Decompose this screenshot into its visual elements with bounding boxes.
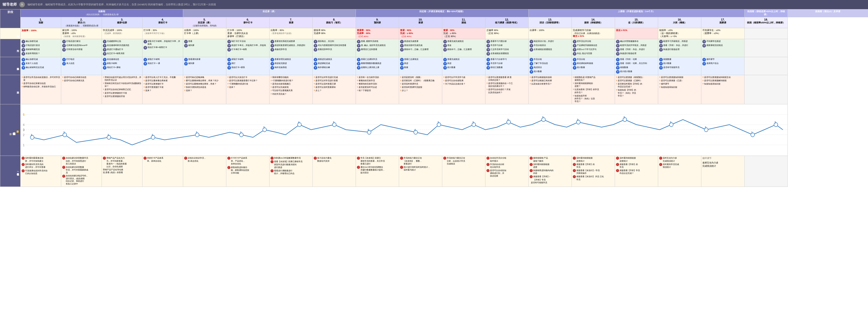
col-header-row: 1.迎新 2.家访 (*)（家庭基本信息）、招募重要成员2课 3.建群*拉群 4…: [0, 17, 868, 28]
row-label-emotion: 非常爽 情绪曲线 非常不爽: [0, 104, 21, 156]
xingwei-17: 1不到课学生跟进 2观察课程完结情况: [701, 39, 745, 57]
page-wrapper: 辅导老师 头 编程辅导老师，编程辅导早期成员，此前为小学数学学部的辅导老师，转来…: [0, 0, 868, 330]
tongdian-15: !实时看到续报链接进度统计 !便捷查看【升班】的学员 !便捷查看【升班】学员作品…: [615, 156, 658, 187]
xiangfa-16: ?是否可以更便捷知到续报 ?是否可以更便捷（已进） ?循环课节 ?知道知道高知比…: [658, 75, 701, 104]
xiangfa-12: ?是否可以更便捷查看 调 查分班的过程？ ?是否可以更便捷的在一个已发好后的课分…: [486, 75, 529, 104]
svg-text:4: 4: [298, 121, 300, 124]
tongdian-7: !到到课24小时提醒课数量学员 !查看【未发现】回课已课程学员类型学员进行数量关…: [270, 156, 313, 187]
mubiao-12: 正确率 90% （正在 90%）: [486, 28, 529, 39]
tongdian-2: !自动化家访录里数量学员信息，并可转按照进行录入到回访 !自动化家访录里数量学员…: [61, 156, 102, 187]
xiangfa-9: ?是否有一全当前学员的 ?整整的的完前学员 ?整那到的完前学员到 ?是否是更实时…: [356, 75, 399, 104]
svg-text:3: 3: [196, 131, 197, 134]
svg-text:2: 2: [775, 121, 776, 124]
xiangfa-2: ?是否可自动记录家访信息 ?是否可自动记录家访及: [61, 75, 102, 104]
svg-text:1: 1: [23, 144, 24, 147]
phase-recruit: 招募期（报名后至第课）・招募重要成员2课: [21, 9, 183, 17]
mubiao-6: 打卡率：100% 查课：当课学员从业 参课率（打课后）: [226, 28, 270, 39]
row-xingwei: 行为 1确认加群完成 2打电话进行首访 3填材材料都完后 4发放常用回应？ 1打…: [0, 39, 868, 57]
xiangfa-5: ?是否可标记迟晚来晚 ?要可以量整体整合商有，停来？对少 ?是否可以量整体整合商…: [183, 75, 226, 104]
xingwei-3: 1完成建群和公告 2发送邀请码和关优惠消息 3跟进打卡通知打卡 4拉已打卡+销售…: [102, 39, 143, 57]
phase-recall: 回迟期（开课至课程规定：剩0~50%可能期）: [356, 9, 529, 17]
col-2-header: 2.家访 (*)（家庭基本信息）、招募重要成员2课: [61, 17, 102, 28]
row-label-xingwei: 行为: [0, 39, 21, 57]
col-18-header: 18.统报（续报率≥50%以上时，持续课）: [745, 17, 788, 28]
row-tongdian: 痛点/机会 !实时看到看看激活加群，并可对加快建立 !实时看到学员学员的进行评分…: [0, 156, 868, 187]
col-12-header: 12.练习调课（报课/考试）: [486, 17, 529, 28]
col-6-header: 6.课中打卡: [226, 17, 270, 28]
row-label-xiangfa: 想法: [0, 75, 21, 104]
jiedian-8: 1跟跟进完成情况 2跟进课机完成 3制作课程分摊: [313, 57, 356, 75]
phase-observe: 观规期（课次≥2）及评课: [788, 9, 868, 17]
xingwei-2: 1打电话进行家访 2记录家访信息到Excel中 3日常群活动与答疑: [61, 39, 102, 57]
xingwei-11: 1查看完成完成情况 2查改 3跟练补习，正确，汇总整理: [442, 39, 486, 57]
svg-text:2: 2: [705, 126, 706, 129]
mubiao-7: 出勤率：80% （世界老师的学习反馈）: [270, 28, 313, 39]
tongdian-1: !实时看到看看激活加群，并可对加快建立 !实时看到学员学员的进行评分，并可对查看…: [21, 156, 61, 187]
jiedian-17: 1循环课节 2老师用户后台: [701, 57, 745, 75]
row-emotion: 非常爽 情绪曲线 非常不爽 5 4: [0, 104, 868, 156]
mubiao-16: 续报率：≥5% （这一期的课程课） （大留率）≥ +3%: [658, 28, 701, 39]
user-avatar: 头: [19, 2, 25, 7]
xiangfa-14: ?续报预告是 对更销产品速报告知？ ?实时看到续报课程的进度？ ?以及知查有【升…: [572, 75, 615, 104]
col-5-header: 5.应迟课（课）（以辅导老师视角、用考虑）: [183, 17, 226, 28]
mubiao-3: 学员完成率：100% （完成率，联系家群）: [102, 28, 143, 39]
xiangfa-8: ?是否可以对学员进行完成 ?是否可以对学员进行查看 ?是否可以实时查看已课 ?是…: [313, 75, 356, 104]
svg-text:2: 2: [152, 134, 153, 137]
svg-text:4: 4: [414, 128, 416, 132]
col-13-header: 13.回访（旧情/报课等）: [529, 17, 572, 28]
tongdian-5: !识别出识别识学员，推·表达优化: [183, 156, 226, 187]
jiedian-13: 1学员分组 2了解了学员信息 3电话回访 4统计数量: [529, 57, 572, 75]
xingwei-extra: [745, 39, 788, 57]
jiedian-14: 1学员分组 2联结课程材料推推 3统计数量: [572, 57, 615, 75]
row-mubiao: 目标 加留率：100% 家访率：100% 查课率：≥5% （加群量、保持家群联通…: [0, 28, 868, 39]
col-9-header: 9.预到课: [356, 17, 399, 28]
mubiao-5: 出勤率：100% 打卡率（上课）: [183, 28, 226, 39]
mubiao-15: 促达 ≥ 51%: [615, 28, 658, 39]
jiedian-15: 1查看《升班》 结果 2查看《到班》 结果，关注升到 3续报数量 4统计统计数量: [615, 57, 658, 75]
mubiao-extra: [745, 28, 788, 39]
col-3-header: 3.建群*拉群: [102, 17, 143, 28]
xiangfa-17: ?是否可以更便捷知到续报互动 ?是否可以更便捷解到续报 ?知道知道高知比较: [701, 75, 745, 104]
phase-upsell: 统报期（课程进度>50%以上时，持续课）: [745, 9, 788, 17]
xiangfa-15: ?是否可以更便捷（续报预告） ?是否可以更便捷（已更时） ?是否更实时看到【升班…: [615, 75, 658, 104]
jiedian-extra: [745, 57, 788, 75]
xingwei-4: 1获取卡打卡材料，并提高打卡率，并提高 2现在打卡单+销售打卡: [143, 39, 183, 57]
header: 辅导老师 头 编程辅导老师，编程辅导早期成员，此前为小学数学学部的辅导老师，转来…: [0, 0, 868, 9]
jiedian-10: 1查看汇总课情况 2跟进 3数量: [399, 57, 442, 75]
mubiao-8: 跟练率 80% 完成率 80%: [313, 28, 356, 39]
svg-text:1: 1: [751, 131, 753, 134]
jiedian-4: 1获取打卡材料 2现在打卡 + 课: [143, 57, 183, 75]
xiangfa-3: ?营销活动是否可超认同方式告诉学员，并找到学员认识 ?营销有没有完全打卡的告诉学…: [102, 75, 143, 104]
xingwei-6: 1制打卡打卡活动 2跟进打卡单元，并提高打卡率，并提高 3打卡单打卡+销售: [226, 39, 270, 57]
xingwei-5: 1查看 2催到课: [183, 39, 226, 57]
mubiao-11: 查课：90% 完成：≥ 80% （正在 80%）: [442, 28, 486, 39]
xiangfa-extra: [745, 75, 788, 104]
jiedian-7: 1查看管理完成情况 2跟进改完跟进 3制作实操系统: [270, 57, 313, 75]
main-table: 阶段 招募期（报名后至第课）・招募重要成员2课 应迟课（课） 回迟期（开课至课程…: [0, 9, 868, 187]
xiangfa-7: ?我有有哪些功能的 ?*只要整删内容进行报？ ?是否自动发现视频已 ?是否可以完…: [270, 75, 313, 104]
xiangfa-1: ?是否可以学员自动欢迎激活，并可对学员发 ?是否可自动记录家访信息 ?材料能否自…: [21, 75, 61, 104]
svg-text:3: 3: [437, 121, 439, 124]
header-title: 辅导老师: [3, 2, 17, 7]
xingwei-10: 1跟进改完成查课 2更改后面对完成完成 3跟练补习，正确，汇总整理: [399, 39, 442, 57]
xiangfa-4: ?是否可以有人打卡工无法，不然删 ?是否可以量体整合商体更 ?是否可以更便捷打卡…: [143, 75, 183, 104]
phase-class: 应迟课（课）: [183, 9, 356, 17]
xingwei-8: 1跟踪每次，关注到 2对比与查看查看学员有没有查看 3查看优异率学员: [313, 39, 356, 57]
mubiao-9: 查课率：90% 完成率：90% （正式 90%）: [356, 28, 399, 39]
xingwei-1: 1确认加群完成 2打电话进行首访 3填材材料都完后 4发放常用回应？: [21, 39, 61, 57]
xingwei-7: 1查看管控系统完成查课 2跟进回复查课完成情况，并跟进到 3表扬优异学员: [270, 39, 313, 57]
tongdian-6: !打卡打卡产品体系单。产品优化，表单自动化 !获取销售进到领功能，获取课到信息技…: [226, 156, 270, 187]
tongdian-4: !对的打卡产品体系单。表单自动化: [143, 156, 183, 187]
svg-text:2: 2: [107, 134, 109, 137]
svg-text:5: 5: [368, 128, 369, 132]
row-label-tongdian: 痛点/机会: [0, 156, 21, 187]
svg-text:3: 3: [263, 126, 265, 129]
tongdian-3: !营销产品产品化为力为，并可到群查看，看者列一（包括的查看认识，自动化成绩 营销…: [102, 156, 143, 187]
jiedian-11: 1查看完成情况 2跟进 3统计数量: [442, 57, 486, 75]
tongdian-11: !学员的练习量交正在分析，以及统计学员完成情况: [442, 156, 486, 187]
svg-text:3: 3: [507, 118, 509, 122]
jiedian-12: 1查看习习分析学习 2学员学习分析 3联结汇报数量: [486, 57, 529, 75]
tongdian-9: !学员【未发现】回课已课程学员到查看，关注学员查看已进行 !通过24小时功的优课…: [356, 156, 399, 187]
col-11-header: 11.跟练: [442, 17, 486, 28]
mubiao-4: 打卡率：30% （加留率不同于打卡效）: [143, 28, 183, 39]
